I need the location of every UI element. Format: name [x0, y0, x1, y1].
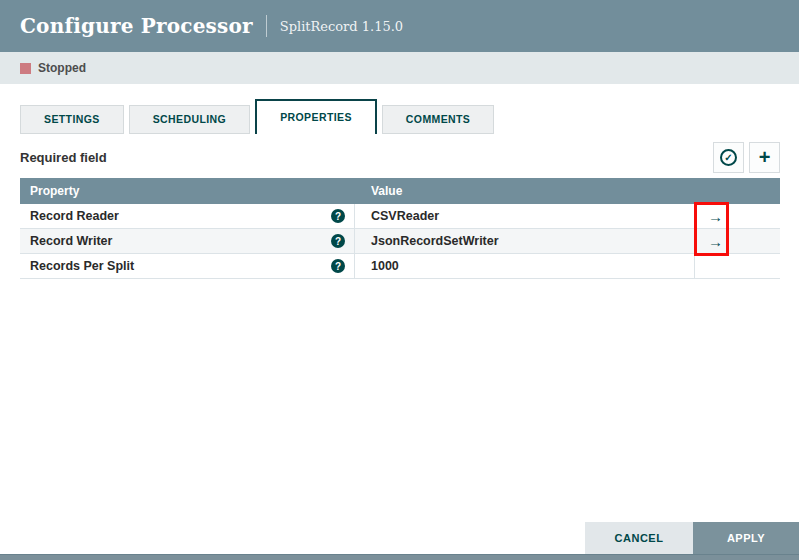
- property-name-cell: Record Reader ?: [20, 204, 355, 228]
- column-header-value: Value: [355, 184, 780, 198]
- dialog-title: Configure Processor: [20, 14, 253, 38]
- verify-properties-button[interactable]: ✓: [713, 142, 744, 173]
- footer-buttons: CANCEL APPLY: [585, 522, 799, 554]
- property-value-cell[interactable]: 1000: [355, 254, 695, 278]
- table-header: Property Value: [20, 178, 780, 204]
- goto-service-arrow-icon[interactable]: →: [708, 209, 723, 224]
- processor-name-version: SplitRecord 1.15.0: [280, 19, 403, 34]
- column-header-property: Property: [20, 184, 355, 198]
- property-value-cell[interactable]: CSVReader: [355, 204, 695, 228]
- properties-toolbar: Required field ✓ +: [20, 140, 780, 174]
- toolbar-buttons: ✓ +: [713, 142, 780, 173]
- properties-table: Property Value Record Reader ? CSVReader…: [20, 178, 780, 279]
- property-name: Record Reader: [30, 209, 119, 223]
- add-property-button[interactable]: +: [749, 142, 780, 173]
- goto-service-cell: [695, 254, 780, 278]
- canvas-edge-strip: [0, 554, 799, 560]
- property-name: Records Per Split: [30, 259, 134, 273]
- help-icon[interactable]: ?: [331, 234, 345, 248]
- property-name-cell: Records Per Split ?: [20, 254, 355, 278]
- property-value: JsonRecordSetWriter: [371, 234, 499, 248]
- help-icon[interactable]: ?: [331, 209, 345, 223]
- property-name-cell: Record Writer ?: [20, 229, 355, 253]
- table-row-record-reader: Record Reader ? CSVReader →: [20, 204, 780, 229]
- stopped-state-icon: [20, 63, 31, 74]
- property-value-cell[interactable]: JsonRecordSetWriter: [355, 229, 695, 253]
- goto-service-cell: →: [695, 204, 780, 228]
- title-divider: [266, 15, 267, 37]
- tab-settings[interactable]: SETTINGS: [20, 105, 124, 134]
- goto-service-arrow-icon[interactable]: →: [708, 234, 723, 249]
- tab-bar: SETTINGS SCHEDULING PROPERTIES COMMENTS: [20, 99, 494, 134]
- table-row-record-writer: Record Writer ? JsonRecordSetWriter →: [20, 229, 780, 254]
- check-circle-icon: ✓: [720, 149, 737, 166]
- cancel-button[interactable]: CANCEL: [585, 522, 693, 554]
- plus-icon: +: [759, 147, 771, 167]
- tab-scheduling[interactable]: SCHEDULING: [129, 105, 250, 134]
- status-label: Stopped: [38, 61, 86, 75]
- goto-service-cell: →: [695, 229, 780, 253]
- table-row-records-per-split: Records Per Split ? 1000: [20, 254, 780, 279]
- property-name: Record Writer: [30, 234, 112, 248]
- property-value: CSVReader: [371, 209, 439, 223]
- apply-button[interactable]: APPLY: [693, 522, 799, 554]
- dialog-header: Configure Processor SplitRecord 1.15.0: [0, 0, 799, 52]
- tab-comments[interactable]: COMMENTS: [382, 105, 494, 134]
- tab-properties[interactable]: PROPERTIES: [255, 99, 377, 134]
- status-bar: Stopped: [0, 52, 799, 84]
- required-field-label: Required field: [20, 150, 107, 165]
- help-icon[interactable]: ?: [331, 259, 345, 273]
- property-value: 1000: [371, 259, 399, 273]
